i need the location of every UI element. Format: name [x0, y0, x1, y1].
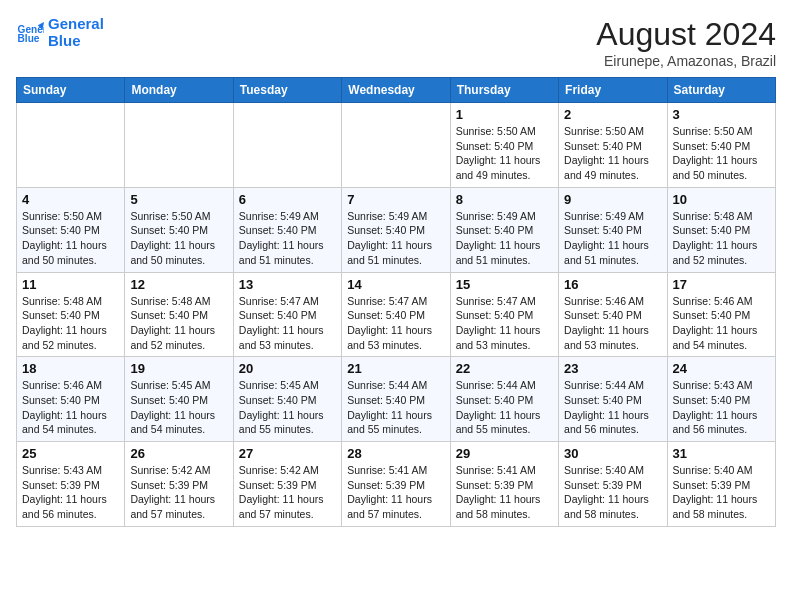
- day-info: Sunrise: 5:48 AM Sunset: 5:40 PM Dayligh…: [130, 294, 227, 353]
- day-info: Sunrise: 5:45 AM Sunset: 5:40 PM Dayligh…: [239, 378, 336, 437]
- day-number: 26: [130, 446, 227, 461]
- day-number: 20: [239, 361, 336, 376]
- calendar-cell: [233, 103, 341, 188]
- day-number: 24: [673, 361, 770, 376]
- calendar-cell: 8Sunrise: 5:49 AM Sunset: 5:40 PM Daylig…: [450, 187, 558, 272]
- day-info: Sunrise: 5:42 AM Sunset: 5:39 PM Dayligh…: [130, 463, 227, 522]
- calendar-cell: 31Sunrise: 5:40 AM Sunset: 5:39 PM Dayli…: [667, 442, 775, 527]
- day-info: Sunrise: 5:44 AM Sunset: 5:40 PM Dayligh…: [347, 378, 444, 437]
- day-info: Sunrise: 5:47 AM Sunset: 5:40 PM Dayligh…: [347, 294, 444, 353]
- calendar-cell: 3Sunrise: 5:50 AM Sunset: 5:40 PM Daylig…: [667, 103, 775, 188]
- day-number: 8: [456, 192, 553, 207]
- day-number: 22: [456, 361, 553, 376]
- logo-icon: General Blue: [16, 19, 44, 47]
- day-header-friday: Friday: [559, 78, 667, 103]
- title-block: August 2024 Eirunepe, Amazonas, Brazil: [596, 16, 776, 69]
- day-number: 15: [456, 277, 553, 292]
- day-info: Sunrise: 5:49 AM Sunset: 5:40 PM Dayligh…: [564, 209, 661, 268]
- day-info: Sunrise: 5:41 AM Sunset: 5:39 PM Dayligh…: [347, 463, 444, 522]
- day-number: 29: [456, 446, 553, 461]
- day-info: Sunrise: 5:48 AM Sunset: 5:40 PM Dayligh…: [673, 209, 770, 268]
- calendar-cell: 4Sunrise: 5:50 AM Sunset: 5:40 PM Daylig…: [17, 187, 125, 272]
- day-number: 28: [347, 446, 444, 461]
- day-number: 3: [673, 107, 770, 122]
- calendar-cell: 28Sunrise: 5:41 AM Sunset: 5:39 PM Dayli…: [342, 442, 450, 527]
- calendar-cell: 12Sunrise: 5:48 AM Sunset: 5:40 PM Dayli…: [125, 272, 233, 357]
- day-info: Sunrise: 5:50 AM Sunset: 5:40 PM Dayligh…: [673, 124, 770, 183]
- day-info: Sunrise: 5:48 AM Sunset: 5:40 PM Dayligh…: [22, 294, 119, 353]
- day-number: 14: [347, 277, 444, 292]
- calendar-cell: 23Sunrise: 5:44 AM Sunset: 5:40 PM Dayli…: [559, 357, 667, 442]
- calendar-cell: 10Sunrise: 5:48 AM Sunset: 5:40 PM Dayli…: [667, 187, 775, 272]
- day-info: Sunrise: 5:49 AM Sunset: 5:40 PM Dayligh…: [239, 209, 336, 268]
- day-number: 16: [564, 277, 661, 292]
- day-header-sunday: Sunday: [17, 78, 125, 103]
- day-number: 6: [239, 192, 336, 207]
- day-info: Sunrise: 5:43 AM Sunset: 5:39 PM Dayligh…: [22, 463, 119, 522]
- day-header-thursday: Thursday: [450, 78, 558, 103]
- day-info: Sunrise: 5:50 AM Sunset: 5:40 PM Dayligh…: [564, 124, 661, 183]
- day-number: 12: [130, 277, 227, 292]
- day-info: Sunrise: 5:46 AM Sunset: 5:40 PM Dayligh…: [564, 294, 661, 353]
- day-number: 5: [130, 192, 227, 207]
- calendar-cell: 24Sunrise: 5:43 AM Sunset: 5:40 PM Dayli…: [667, 357, 775, 442]
- calendar-cell: 14Sunrise: 5:47 AM Sunset: 5:40 PM Dayli…: [342, 272, 450, 357]
- day-number: 2: [564, 107, 661, 122]
- day-info: Sunrise: 5:41 AM Sunset: 5:39 PM Dayligh…: [456, 463, 553, 522]
- day-info: Sunrise: 5:50 AM Sunset: 5:40 PM Dayligh…: [456, 124, 553, 183]
- day-number: 9: [564, 192, 661, 207]
- day-header-tuesday: Tuesday: [233, 78, 341, 103]
- calendar-cell: [17, 103, 125, 188]
- page-header: General Blue GeneralBlue August 2024 Eir…: [16, 16, 776, 69]
- day-header-saturday: Saturday: [667, 78, 775, 103]
- calendar-cell: 2Sunrise: 5:50 AM Sunset: 5:40 PM Daylig…: [559, 103, 667, 188]
- calendar-cell: 11Sunrise: 5:48 AM Sunset: 5:40 PM Dayli…: [17, 272, 125, 357]
- day-number: 17: [673, 277, 770, 292]
- day-info: Sunrise: 5:47 AM Sunset: 5:40 PM Dayligh…: [239, 294, 336, 353]
- calendar-cell: 22Sunrise: 5:44 AM Sunset: 5:40 PM Dayli…: [450, 357, 558, 442]
- day-info: Sunrise: 5:42 AM Sunset: 5:39 PM Dayligh…: [239, 463, 336, 522]
- location: Eirunepe, Amazonas, Brazil: [596, 53, 776, 69]
- calendar-cell: 5Sunrise: 5:50 AM Sunset: 5:40 PM Daylig…: [125, 187, 233, 272]
- day-info: Sunrise: 5:43 AM Sunset: 5:40 PM Dayligh…: [673, 378, 770, 437]
- calendar-cell: 16Sunrise: 5:46 AM Sunset: 5:40 PM Dayli…: [559, 272, 667, 357]
- calendar-week-3: 18Sunrise: 5:46 AM Sunset: 5:40 PM Dayli…: [17, 357, 776, 442]
- calendar-cell: 20Sunrise: 5:45 AM Sunset: 5:40 PM Dayli…: [233, 357, 341, 442]
- day-number: 21: [347, 361, 444, 376]
- month-year: August 2024: [596, 16, 776, 53]
- logo-text: GeneralBlue: [48, 16, 104, 49]
- day-info: Sunrise: 5:44 AM Sunset: 5:40 PM Dayligh…: [564, 378, 661, 437]
- calendar-cell: 15Sunrise: 5:47 AM Sunset: 5:40 PM Dayli…: [450, 272, 558, 357]
- calendar-cell: 29Sunrise: 5:41 AM Sunset: 5:39 PM Dayli…: [450, 442, 558, 527]
- calendar-week-0: 1Sunrise: 5:50 AM Sunset: 5:40 PM Daylig…: [17, 103, 776, 188]
- calendar-cell: 1Sunrise: 5:50 AM Sunset: 5:40 PM Daylig…: [450, 103, 558, 188]
- calendar-cell: 30Sunrise: 5:40 AM Sunset: 5:39 PM Dayli…: [559, 442, 667, 527]
- calendar-header-row: SundayMondayTuesdayWednesdayThursdayFrid…: [17, 78, 776, 103]
- day-header-monday: Monday: [125, 78, 233, 103]
- calendar-week-2: 11Sunrise: 5:48 AM Sunset: 5:40 PM Dayli…: [17, 272, 776, 357]
- day-info: Sunrise: 5:50 AM Sunset: 5:40 PM Dayligh…: [22, 209, 119, 268]
- day-header-wednesday: Wednesday: [342, 78, 450, 103]
- day-number: 31: [673, 446, 770, 461]
- day-info: Sunrise: 5:49 AM Sunset: 5:40 PM Dayligh…: [456, 209, 553, 268]
- day-info: Sunrise: 5:44 AM Sunset: 5:40 PM Dayligh…: [456, 378, 553, 437]
- calendar: SundayMondayTuesdayWednesdayThursdayFrid…: [16, 77, 776, 527]
- day-info: Sunrise: 5:45 AM Sunset: 5:40 PM Dayligh…: [130, 378, 227, 437]
- calendar-cell: 19Sunrise: 5:45 AM Sunset: 5:40 PM Dayli…: [125, 357, 233, 442]
- calendar-cell: 7Sunrise: 5:49 AM Sunset: 5:40 PM Daylig…: [342, 187, 450, 272]
- logo: General Blue GeneralBlue: [16, 16, 104, 49]
- day-info: Sunrise: 5:46 AM Sunset: 5:40 PM Dayligh…: [22, 378, 119, 437]
- calendar-cell: 13Sunrise: 5:47 AM Sunset: 5:40 PM Dayli…: [233, 272, 341, 357]
- day-info: Sunrise: 5:50 AM Sunset: 5:40 PM Dayligh…: [130, 209, 227, 268]
- day-number: 18: [22, 361, 119, 376]
- day-number: 23: [564, 361, 661, 376]
- calendar-cell: 25Sunrise: 5:43 AM Sunset: 5:39 PM Dayli…: [17, 442, 125, 527]
- calendar-cell: 18Sunrise: 5:46 AM Sunset: 5:40 PM Dayli…: [17, 357, 125, 442]
- day-info: Sunrise: 5:47 AM Sunset: 5:40 PM Dayligh…: [456, 294, 553, 353]
- day-info: Sunrise: 5:49 AM Sunset: 5:40 PM Dayligh…: [347, 209, 444, 268]
- day-info: Sunrise: 5:40 AM Sunset: 5:39 PM Dayligh…: [564, 463, 661, 522]
- day-info: Sunrise: 5:40 AM Sunset: 5:39 PM Dayligh…: [673, 463, 770, 522]
- calendar-cell: 27Sunrise: 5:42 AM Sunset: 5:39 PM Dayli…: [233, 442, 341, 527]
- calendar-week-4: 25Sunrise: 5:43 AM Sunset: 5:39 PM Dayli…: [17, 442, 776, 527]
- calendar-cell: [342, 103, 450, 188]
